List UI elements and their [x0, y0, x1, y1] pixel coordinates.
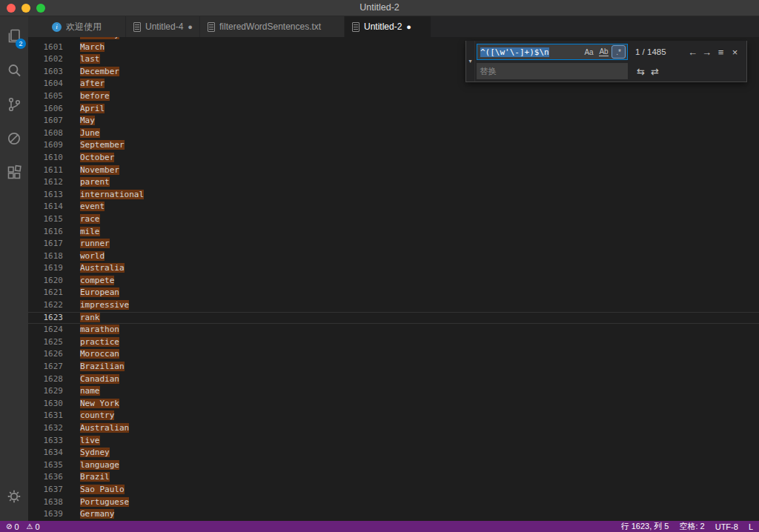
search-button[interactable]: [0, 53, 28, 87]
replace-all-button[interactable]: ⇄: [648, 64, 662, 79]
line-number[interactable]: 1622: [28, 299, 80, 312]
code-line[interactable]: 1626Moroccan: [28, 348, 759, 361]
warnings-status[interactable]: ⚠ 0: [27, 522, 40, 531]
code-line[interactable]: 1621European: [28, 287, 759, 299]
find-match-word[interactable]: December: [80, 67, 119, 76]
find-input[interactable]: ^([\w'\-]+)$\n Aa Ab .*: [477, 44, 628, 60]
line-number[interactable]: 1639: [28, 508, 80, 521]
find-match-word[interactable]: last: [80, 54, 100, 64]
replace-input[interactable]: 替换: [477, 63, 628, 79]
find-match-word[interactable]: Australian: [80, 423, 129, 433]
line-number[interactable]: 1629: [28, 385, 80, 398]
code-line[interactable]: 1633live: [28, 435, 759, 448]
code-line[interactable]: 1638Portuguese: [28, 496, 759, 509]
modified-dot-icon[interactable]: ●: [406, 23, 411, 31]
code-line[interactable]: 1617runner: [28, 238, 759, 250]
line-number[interactable]: 1625: [28, 336, 80, 349]
line-number[interactable]: 1619: [28, 262, 80, 275]
line-number[interactable]: 1623: [28, 312, 80, 325]
line-number[interactable]: 1620: [28, 275, 80, 287]
line-number[interactable]: 1633: [28, 435, 80, 448]
find-match-word[interactable]: Portuguese: [80, 497, 129, 507]
code-line[interactable]: 1605before: [28, 90, 759, 103]
line-number[interactable]: 1611: [28, 164, 80, 177]
code-line[interactable]: 1614event: [28, 201, 759, 213]
find-match-word[interactable]: Brazil: [80, 472, 110, 482]
find-match-word[interactable]: Brazilian: [80, 362, 125, 371]
status-indentation[interactable]: 空格: 2: [679, 521, 704, 532]
line-number[interactable]: 1634: [28, 447, 80, 459]
find-match-word[interactable]: event: [80, 202, 105, 211]
find-match-word[interactable]: May: [80, 116, 95, 125]
extensions-button[interactable]: [0, 156, 28, 190]
find-match-word[interactable]: Sydney: [80, 448, 110, 457]
errors-status[interactable]: ⊘ 0: [6, 522, 19, 531]
line-number[interactable]: 1604: [28, 78, 80, 90]
regex-button[interactable]: .*: [611, 45, 626, 59]
code-line[interactable]: 1609September: [28, 139, 759, 152]
find-match-word[interactable]: parent: [80, 177, 110, 187]
code-line[interactable]: 1606April: [28, 103, 759, 116]
line-number[interactable]: 1637: [28, 484, 80, 496]
find-match-word[interactable]: rank: [80, 313, 100, 322]
find-match-word[interactable]: February: [80, 37, 119, 39]
find-match-word[interactable]: November: [80, 165, 119, 175]
code-line[interactable]: 1636Brazil: [28, 471, 759, 484]
code-line[interactable]: 1635language: [28, 459, 759, 472]
line-number[interactable]: 1606: [28, 103, 80, 116]
code-line[interactable]: 1639Germany: [28, 508, 759, 521]
line-number[interactable]: 1617: [28, 238, 80, 250]
minimize-window-button[interactable]: [21, 4, 30, 13]
code-line[interactable]: 1631country: [28, 410, 759, 422]
code-line[interactable]: 1608June: [28, 127, 759, 140]
settings-button[interactable]: [0, 479, 28, 513]
find-match-word[interactable]: Australia: [80, 263, 125, 273]
code-line[interactable]: 1622impressive: [28, 299, 759, 312]
code-line[interactable]: 1613international: [28, 189, 759, 202]
code-line[interactable]: 1634Sydney: [28, 447, 759, 459]
line-number[interactable]: 1605: [28, 90, 80, 103]
line-number[interactable]: 1632: [28, 422, 80, 435]
find-in-selection-button[interactable]: ≡: [714, 45, 728, 59]
find-match-word[interactable]: New York: [80, 399, 119, 408]
find-match-word[interactable]: world: [80, 251, 105, 261]
code-line[interactable]: 1632Australian: [28, 422, 759, 435]
tab-4[interactable]: Untitled-2●: [345, 16, 431, 37]
find-match-word[interactable]: runner: [80, 239, 110, 248]
line-number[interactable]: 1635: [28, 459, 80, 472]
line-number[interactable]: 1627: [28, 361, 80, 373]
find-match-word[interactable]: country: [80, 410, 114, 420]
code-line[interactable]: 1629name: [28, 385, 759, 398]
code-line[interactable]: 1623rank: [28, 312, 759, 325]
line-number[interactable]: 1638: [28, 496, 80, 509]
find-match-word[interactable]: live: [80, 436, 100, 445]
find-match-word[interactable]: October: [80, 153, 114, 162]
find-match-word[interactable]: Canadian: [80, 374, 119, 384]
find-match-word[interactable]: before: [80, 91, 110, 101]
line-number[interactable]: 1624: [28, 324, 80, 336]
status-eol[interactable]: L: [749, 522, 753, 531]
status-encoding[interactable]: UTF-8: [715, 522, 738, 531]
find-match-word[interactable]: compete: [80, 276, 114, 285]
line-number[interactable]: 1616: [28, 226, 80, 239]
previous-match-button[interactable]: ←: [686, 45, 700, 59]
find-match-word[interactable]: Sao Paulo: [80, 485, 125, 494]
find-match-word[interactable]: language: [80, 460, 119, 470]
debug-button[interactable]: [0, 122, 28, 156]
code-line[interactable]: 1612parent: [28, 176, 759, 189]
code-line[interactable]: 1624marathon: [28, 324, 759, 336]
line-number[interactable]: 1636: [28, 471, 80, 484]
find-match-word[interactable]: March: [80, 42, 105, 52]
line-number[interactable]: 1607: [28, 115, 80, 127]
find-match-word[interactable]: race: [80, 214, 100, 224]
line-number[interactable]: 1602: [28, 53, 80, 66]
find-match-word[interactable]: April: [80, 104, 105, 113]
find-match-word[interactable]: practice: [80, 337, 119, 347]
find-match-word[interactable]: mile: [80, 227, 100, 236]
line-number[interactable]: 1621: [28, 287, 80, 299]
line-number[interactable]: 1631: [28, 410, 80, 422]
code-line[interactable]: 1611November: [28, 164, 759, 177]
line-number[interactable]: 1603: [28, 66, 80, 79]
line-number[interactable]: 1612: [28, 176, 80, 189]
explorer-button[interactable]: 2: [0, 19, 28, 53]
